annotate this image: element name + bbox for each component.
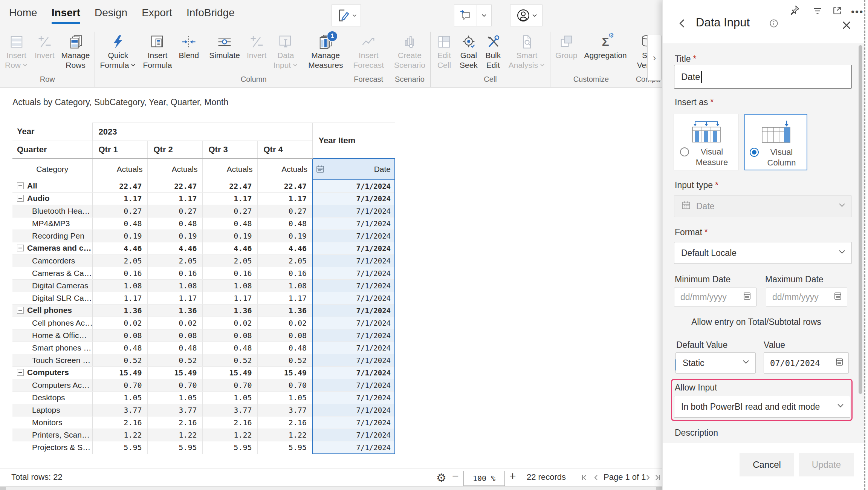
value-cell[interactable]: 1.36 (92, 305, 147, 317)
value-cell[interactable]: 2.05 (147, 255, 202, 267)
category-cell[interactable]: Computers (12, 367, 92, 379)
tab-infobridge[interactable]: InfoBridge (186, 7, 235, 24)
value-cell[interactable]: 1.17 (202, 193, 257, 205)
value-cell[interactable]: 0.19 (202, 230, 257, 242)
pin-icon[interactable] (789, 5, 800, 17)
allow-input-dropdown[interactable]: In both PowerBI read and edit mode (674, 396, 850, 418)
value-cell[interactable]: 0.48 (202, 342, 257, 354)
date-cell[interactable]: 7/1/2024 (312, 230, 395, 242)
value-cell[interactable]: 22.47 (147, 180, 202, 193)
category-cell[interactable]: MP4&MP3 (12, 217, 92, 230)
value-cell[interactable]: 15.49 (92, 367, 147, 379)
category-cell[interactable]: Desktops (12, 392, 92, 404)
title-input[interactable]: Date (674, 65, 852, 89)
more-options-icon[interactable]: ••• (851, 6, 863, 18)
value-cell[interactable]: 1.08 (257, 280, 312, 292)
category-cell[interactable]: Cameras & Ca… (12, 267, 92, 280)
ribbon-button-aggregation[interactable]: Σ⚙Aggregation (581, 32, 630, 62)
value-cell[interactable]: 3.77 (92, 404, 147, 416)
value-cell[interactable]: 0.27 (147, 205, 202, 217)
last-page-button[interactable] (654, 474, 662, 484)
value-cell[interactable]: 1.36 (202, 305, 257, 317)
value-cell[interactable]: 5.95 (257, 441, 312, 454)
value-cell[interactable]: 0.70 (202, 379, 257, 392)
value-cell[interactable]: 0.70 (257, 379, 312, 392)
value-cell[interactable]: 0.02 (257, 317, 312, 329)
value-cell[interactable]: 1.17 (92, 193, 147, 205)
info-icon[interactable] (769, 19, 778, 29)
visual-column-option[interactable]: Visual Column (744, 114, 807, 170)
value-cell[interactable]: 1.05 (147, 392, 202, 404)
tab-export[interactable]: Export (142, 7, 172, 24)
value-cell[interactable]: 3.77 (147, 404, 202, 416)
value-cell[interactable]: 1.17 (257, 193, 312, 205)
value-cell[interactable]: 0.16 (202, 267, 257, 280)
update-button[interactable]: Update (799, 453, 854, 476)
date-cell[interactable]: 7/1/2024 (312, 292, 395, 305)
date-cell[interactable]: 7/1/2024 (312, 392, 395, 404)
measure-header[interactable]: Actualsin Millions (92, 159, 147, 180)
category-cell[interactable]: All (12, 180, 92, 193)
visual-measure-option[interactable]: Visual Measure (674, 114, 739, 170)
zoom-out-button[interactable]: − (452, 470, 459, 482)
value-cell[interactable]: 0.52 (92, 354, 147, 367)
collapse-icon[interactable] (17, 182, 24, 189)
measure-header[interactable]: Actualsin Millions (147, 159, 202, 180)
close-icon[interactable] (841, 20, 852, 32)
date-cell[interactable]: 7/1/2024 (312, 217, 395, 230)
account-button[interactable] (510, 5, 542, 26)
value-cell[interactable]: 1.05 (92, 392, 147, 404)
date-cell[interactable]: 7/1/2024 (312, 180, 395, 193)
value-cell[interactable]: 3.77 (257, 404, 312, 416)
value-cell[interactable]: 0.08 (147, 329, 202, 342)
value-cell[interactable]: 1.17 (92, 292, 147, 305)
cancel-button[interactable]: Cancel (740, 453, 794, 476)
ribbon-button-simulate[interactable]: Simulate (206, 32, 243, 62)
date-cell[interactable]: 7/1/2024 (312, 429, 395, 441)
value-cell[interactable]: 2.16 (257, 416, 312, 429)
edit-table-button[interactable] (332, 5, 361, 26)
value-cell[interactable]: 2.05 (202, 255, 257, 267)
collapse-icon[interactable] (17, 195, 24, 202)
category-cell[interactable]: Computers Ac… (12, 379, 92, 392)
value-cell[interactable]: 1.22 (257, 429, 312, 441)
date-cell[interactable]: 7/1/2024 (312, 267, 395, 280)
calendar-icon[interactable] (835, 357, 844, 369)
ribbon-button-quick-formula[interactable]: QuickFormula (96, 32, 139, 72)
category-cell[interactable]: Digital Cameras (12, 280, 92, 292)
value-cell[interactable]: 0.08 (257, 329, 312, 342)
horizontal-scrollbar[interactable] (0, 486, 662, 490)
value-cell[interactable]: 0.52 (257, 354, 312, 367)
ribbon-button-manage-measures[interactable]: 1ManageMeasures (305, 32, 346, 72)
panel-scrollbar[interactable] (859, 45, 862, 394)
value-cell[interactable]: 1.22 (92, 429, 147, 441)
value-cell[interactable]: 22.47 (257, 180, 312, 193)
measure-header[interactable]: Actualsin Millions (202, 159, 257, 180)
ribbon-button-blend[interactable]: Blend (176, 32, 203, 62)
value-cell[interactable]: 4.46 (257, 242, 312, 255)
date-cell[interactable]: 7/1/2024 (312, 379, 395, 392)
value-cell[interactable]: 0.48 (257, 342, 312, 354)
value-cell[interactable]: 0.08 (202, 329, 257, 342)
date-cell[interactable]: 7/1/2024 (312, 305, 395, 317)
tab-insert[interactable]: Insert (52, 7, 80, 24)
category-cell[interactable]: Camcorders (12, 255, 92, 267)
value-cell[interactable]: 15.49 (147, 367, 202, 379)
value-cell[interactable]: 1.17 (147, 193, 202, 205)
ribbon-button-insert-formula[interactable]: InsertFormula (139, 32, 175, 72)
quarter-header[interactable]: Qtr 2 (147, 141, 202, 159)
value-cell[interactable]: 0.48 (147, 342, 202, 354)
value-cell[interactable]: 0.19 (257, 230, 312, 242)
date-cell[interactable]: 7/1/2024 (312, 255, 395, 267)
category-cell[interactable]: Audio (12, 193, 92, 205)
year-value-header[interactable]: 2023 (92, 123, 312, 141)
value-cell[interactable]: 0.52 (202, 354, 257, 367)
ribbon-button-bulk-edit[interactable]: BulkEdit (481, 32, 505, 72)
category-cell[interactable]: Touch Screen … (12, 354, 92, 367)
value-cell[interactable]: 0.02 (202, 317, 257, 329)
value-cell[interactable]: 1.17 (257, 292, 312, 305)
category-cell[interactable]: Recording Pen (12, 230, 92, 242)
quarter-header[interactable]: Qtr 3 (202, 141, 257, 159)
value-cell[interactable]: 0.48 (147, 217, 202, 230)
category-cell[interactable]: Laptops (12, 404, 92, 416)
